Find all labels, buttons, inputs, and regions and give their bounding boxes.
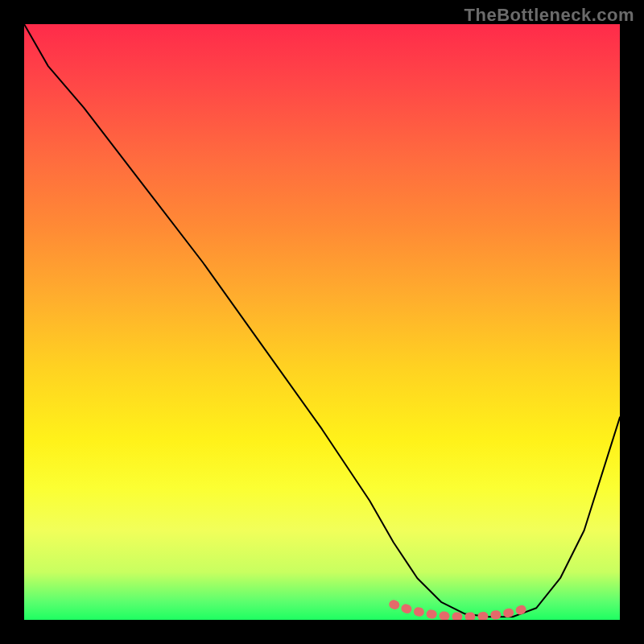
optimal-range-marker: [394, 605, 530, 617]
chart-container: TheBottleneck.com: [0, 0, 644, 644]
watermark-text: TheBottleneck.com: [464, 5, 634, 26]
chart-svg: [24, 24, 620, 620]
plot-area: [24, 24, 620, 620]
bottleneck-curve: [24, 24, 620, 617]
